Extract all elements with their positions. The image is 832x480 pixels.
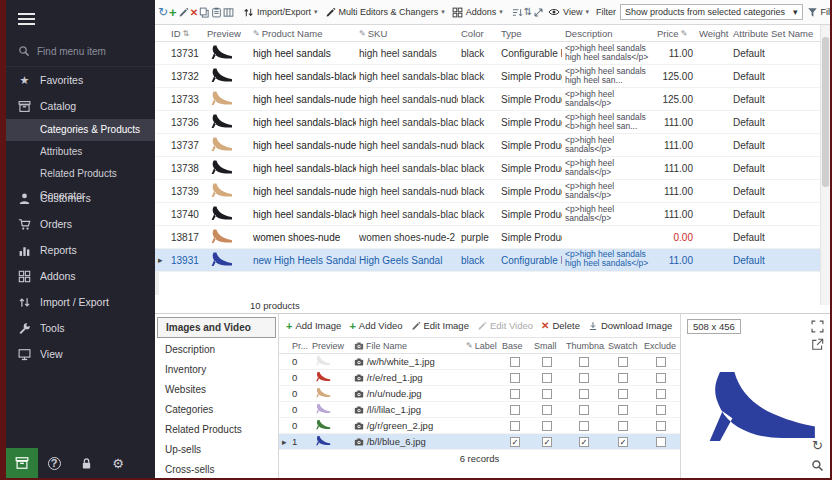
small-checkbox[interactable] [542,405,552,415]
image-row[interactable]: 0 /w/h/white_1.jpg [279,354,680,370]
swatch-checkbox[interactable]: ✓ [618,437,628,447]
column-header-thumbnail[interactable]: Thumbna... [563,341,605,351]
image-row[interactable]: 0 /r/e/red_1.jpg [279,370,680,386]
search-input[interactable]: Find menu item [37,46,106,57]
image-row[interactable]: 0 /l/i/lilac_1.jpg [279,402,680,418]
view-dropdown[interactable]: View▾ [545,4,592,20]
table-row[interactable]: 13817 women shoes-nudewomen shoes-nude-2… [155,226,820,249]
thumbnail-checkbox[interactable] [579,421,589,431]
zoom-icon[interactable] [811,459,824,472]
column-header-file-name[interactable]: File Name [351,341,463,351]
base-checkbox[interactable] [510,389,520,399]
exclude-checkbox[interactable] [656,389,666,399]
category-filter-select[interactable]: Show products from selected categories▾ [620,4,803,20]
thumbnail-checkbox[interactable] [579,373,589,383]
table-row[interactable]: 13740 high heel sandals-black-38high hee… [155,203,820,226]
sort-button[interactable] [512,3,523,22]
sidebar-item-addons[interactable]: Addons [6,263,155,289]
group-collapse-button[interactable] [533,3,544,22]
help-button[interactable]: ? [38,448,70,478]
tab-description[interactable]: Description [155,340,278,360]
tab-up-sells[interactable]: Up-sells [155,440,278,460]
group-expand-button[interactable]: ⇅ [524,3,532,22]
import-export-dropdown[interactable]: Import/Export▾ [240,5,321,20]
small-checkbox[interactable] [542,389,552,399]
table-row[interactable]: 13731 high heel sandalshigh heel sandals… [155,42,820,65]
add-video-button[interactable]: +Add Video [347,318,404,334]
exclude-checkbox[interactable] [656,421,666,431]
swatch-checkbox[interactable] [618,405,628,415]
sidebar-item-categories-products[interactable]: Categories & Products [6,119,155,141]
hamburger-menu-icon[interactable] [6,0,155,36]
settings-button[interactable]: ⚙ [102,448,134,478]
base-checkbox[interactable] [510,421,520,431]
column-header-description[interactable]: Description [562,28,654,39]
column-header-preview[interactable]: Preview [309,341,351,351]
image-row[interactable]: 0 /g/r/green_2.jpg [279,418,680,434]
sidebar-item-favorites[interactable]: ★ Favorites [6,67,155,93]
tab-inventory[interactable]: Inventory [155,360,278,380]
sidebar-item-attributes[interactable]: Attributes [6,141,155,163]
exclude-checkbox[interactable] [656,357,666,367]
sidebar-item-tools[interactable]: Tools [6,315,155,341]
tab-images-and-video[interactable]: Images and Video [157,317,276,338]
delete-image-button[interactable]: ✕Delete [539,318,582,333]
edit-image-button[interactable]: Edit Image [409,318,471,333]
table-row[interactable]: 13732 high heel sandals-blackhigh heel s… [155,65,820,88]
sidebar-item-import-export[interactable]: Import / Export [6,289,155,315]
column-header-price[interactable]: Price✎ [654,28,696,39]
filters-dropdown[interactable]: Filters▾ [804,5,830,20]
base-checkbox[interactable] [510,405,520,415]
table-row[interactable]: 13733 high heel sandals-nudehigh heel sa… [155,88,820,111]
swatch-checkbox[interactable] [618,357,628,367]
small-checkbox[interactable] [542,421,552,431]
column-header-small[interactable]: Small [531,341,563,351]
small-checkbox[interactable] [542,373,552,383]
table-row[interactable]: 13737 high heel sandals-nude-36high heel… [155,134,820,157]
refresh-button[interactable]: ↻ [158,3,168,22]
sidebar-search[interactable]: Find menu item [6,36,155,67]
column-header-attribute-set[interactable]: Attribute Set Name [730,28,820,39]
table-row[interactable]: 13739 high heel sandals-nude-37high heel… [155,180,820,203]
base-checkbox[interactable] [510,357,520,367]
exclude-checkbox[interactable] [656,405,666,415]
columns-button[interactable] [223,3,234,22]
table-row-selected[interactable]: ▸ 13931 new High Heels SandalsHigh Geels… [155,249,820,272]
paste-button[interactable] [211,3,222,22]
column-header-exclude[interactable]: Exclude [641,341,680,351]
exclude-checkbox[interactable] [656,373,666,383]
column-header-id[interactable]: ID⇅ [168,28,204,39]
column-header-color[interactable]: Color [458,28,498,39]
thumbnail-checkbox[interactable] [579,357,589,367]
table-row[interactable]: 13736 high heel sandals-black-36high hee… [155,111,820,134]
tab-categories[interactable]: Categories [155,400,278,420]
download-image-button[interactable]: Download Image [586,318,674,333]
delete-product-button[interactable]: ✕ [190,3,198,22]
grid-vertical-scrollbar[interactable] [820,25,830,305]
addons-dropdown[interactable]: Addons▾ [449,5,506,20]
rotate-icon[interactable]: ↻ [812,439,823,452]
column-header-weight[interactable]: Weight [696,28,730,39]
table-row[interactable]: 13738 high heel sandals-black-37high hee… [155,157,820,180]
column-header-position[interactable]: Pr... [289,341,309,351]
lock-button[interactable] [70,448,102,478]
small-checkbox[interactable]: ✓ [542,437,552,447]
edit-product-button[interactable] [178,3,189,22]
thumbnail-checkbox[interactable] [579,405,589,415]
tab-related-products[interactable]: Related Products [155,420,278,440]
base-checkbox[interactable] [510,373,520,383]
base-checkbox[interactable]: ✓ [510,437,520,447]
column-header-base[interactable]: Base [499,341,531,351]
image-row[interactable]: 0 /n/u/nude.jpg [279,386,680,402]
multi-editors-dropdown[interactable]: Multi Editors & Changers▾ [322,5,448,20]
column-header-label[interactable]: ✎Label [463,341,499,351]
fullscreen-icon[interactable] [811,320,824,333]
sidebar-item-reports[interactable]: Reports [6,237,155,263]
sidebar-item-related-products-generator[interactable]: Related Products Generator [6,163,155,185]
sidebar-item-orders[interactable]: Orders [6,211,155,237]
image-row-selected[interactable]: ▸ 1 /b/l/blue_6.jpg ✓ ✓ ✓ ✓ [279,434,680,450]
swatch-checkbox[interactable] [618,373,628,383]
add-product-button[interactable]: + [169,3,177,22]
column-header-swatch[interactable]: Swatch [605,341,641,351]
column-header-preview[interactable]: Preview [204,28,250,39]
